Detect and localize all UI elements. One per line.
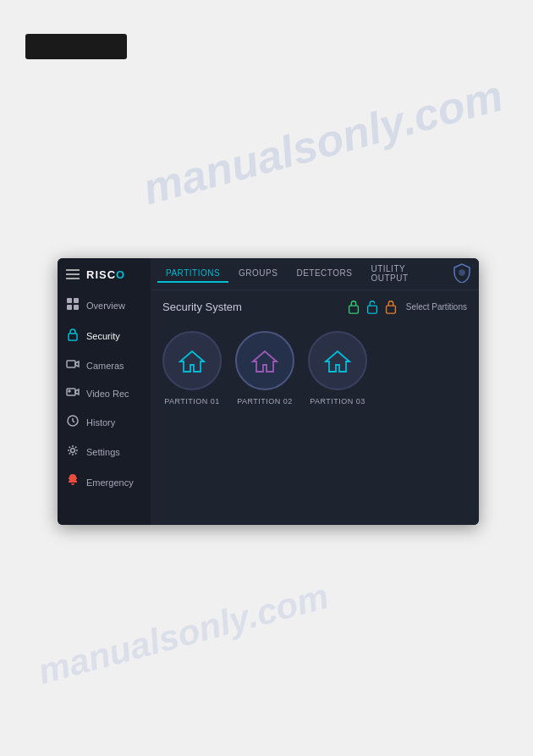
- logo-dot: O: [116, 268, 125, 281]
- sidebar-nav: Overview Security: [58, 290, 151, 525]
- section-title: Security System: [162, 301, 347, 313]
- sidebar-item-overview[interactable]: Overview: [58, 290, 151, 320]
- cameras-icon: [66, 359, 80, 372]
- partition-01-item[interactable]: PARTITION 01: [162, 331, 222, 406]
- app-container: RISCO Overview: [58, 258, 479, 525]
- watermark: manualsonly.com: [138, 71, 508, 213]
- house-icon-p02: [251, 348, 278, 373]
- security-label: Security: [86, 331, 120, 341]
- svg-rect-2: [67, 305, 72, 310]
- svg-rect-4: [69, 334, 77, 340]
- partitions-grid: PARTITION 01 PARTITION 02: [162, 323, 467, 414]
- history-icon: [66, 415, 80, 429]
- section-header: Security System: [162, 299, 467, 314]
- sidebar-header: RISCO: [58, 258, 151, 290]
- svg-point-7: [69, 390, 70, 392]
- sidebar-item-cameras[interactable]: Cameras: [58, 351, 151, 379]
- select-partitions-button[interactable]: Select Partitions: [406, 302, 467, 312]
- svg-point-10: [459, 270, 464, 275]
- partition-03-label: PARTITION 03: [310, 397, 365, 406]
- svg-rect-0: [67, 298, 72, 303]
- sidebar-item-emergency[interactable]: Emergency: [58, 466, 151, 498]
- svg-rect-11: [349, 306, 358, 313]
- sidebar: RISCO Overview: [58, 258, 151, 525]
- risco-logo: RISCO: [86, 268, 125, 281]
- tab-detectors[interactable]: DETECTORS: [288, 265, 360, 283]
- partition-02-label: PARTITION 02: [237, 397, 293, 406]
- watermark-bottom: manualsonly.com: [34, 576, 333, 693]
- overview-icon: [66, 298, 80, 312]
- security-icon: [66, 328, 80, 344]
- main-content: PARTITIONS GROUPS DETECTORS UTILITY OUTP…: [151, 258, 479, 525]
- tab-utility-output[interactable]: UTILITY OUTPUT: [362, 261, 448, 288]
- top-bar: [25, 34, 127, 59]
- lock-icon-teal: [365, 299, 379, 314]
- tab-groups[interactable]: GROUPS: [230, 265, 286, 283]
- house-icon-p01: [179, 348, 206, 373]
- partition-01-circle: [162, 331, 222, 390]
- overview-label: Overview: [86, 301, 125, 311]
- settings-icon: [66, 444, 80, 459]
- lock-icon-green: [347, 299, 360, 314]
- videorec-label: Video Rec: [86, 389, 129, 399]
- logo-text: RISC: [86, 268, 116, 281]
- sidebar-item-security[interactable]: Security: [58, 320, 151, 351]
- shield-icon: [452, 262, 472, 286]
- partition-02-item[interactable]: PARTITION 02: [235, 331, 294, 406]
- house-icon-p03: [324, 348, 351, 373]
- cameras-label: Cameras: [86, 361, 124, 371]
- sidebar-item-history[interactable]: History: [58, 407, 151, 437]
- svg-rect-12: [367, 306, 376, 313]
- settings-label: Settings: [86, 447, 120, 457]
- emergency-icon: [66, 474, 80, 490]
- content-area: Security System: [151, 290, 479, 525]
- svg-point-9: [71, 449, 75, 453]
- partition-01-label: PARTITION 01: [164, 397, 220, 406]
- videorec-icon: [66, 387, 80, 400]
- svg-rect-6: [67, 389, 75, 395]
- top-tabs: PARTITIONS GROUPS DETECTORS UTILITY OUTP…: [151, 258, 479, 290]
- emergency-label: Emergency: [86, 477, 134, 488]
- svg-rect-1: [74, 298, 79, 303]
- tab-partitions[interactable]: PARTITIONS: [157, 265, 228, 283]
- partition-02-circle: [235, 331, 294, 390]
- svg-rect-3: [74, 305, 79, 310]
- history-label: History: [86, 417, 115, 428]
- lock-icon-orange: [384, 299, 398, 314]
- sidebar-item-settings[interactable]: Settings: [58, 437, 151, 466]
- hamburger-menu-icon[interactable]: [66, 269, 80, 279]
- svg-rect-5: [67, 361, 75, 367]
- partition-03-item[interactable]: PARTITION 03: [308, 331, 367, 406]
- sidebar-item-videorec[interactable]: Video Rec: [58, 379, 151, 407]
- svg-rect-13: [386, 306, 395, 313]
- partition-03-circle: [308, 331, 367, 390]
- lock-icons: [347, 299, 398, 314]
